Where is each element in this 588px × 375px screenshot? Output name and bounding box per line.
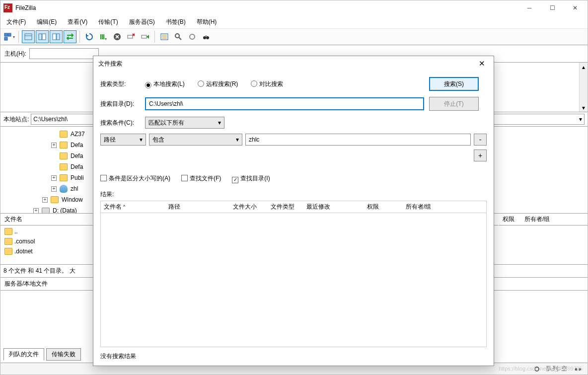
svg-rect-2 (4, 37, 7, 40)
tree-item[interactable]: Publi (71, 174, 84, 181)
col-perm[interactable]: 权限 (367, 203, 406, 211)
svg-rect-1 (8, 33, 11, 36)
process-queue-button[interactable] (97, 30, 110, 43)
radio-remote-search[interactable]: 远程搜索(R) (198, 80, 238, 88)
col-name[interactable]: 文件名 ^ (104, 203, 168, 211)
list-item[interactable]: .comsol (14, 238, 35, 245)
search-button-toolbar[interactable] (200, 30, 213, 43)
filter-button[interactable] (158, 30, 171, 43)
close-button[interactable]: ✕ (564, 0, 587, 15)
checkbox-icon (100, 175, 107, 181)
chevron-down-icon: ▾ (140, 136, 143, 143)
tree-item[interactable]: AZ37 (71, 131, 85, 138)
cancel-button-toolbar[interactable] (111, 30, 124, 43)
search-button[interactable]: 搜索(S) (429, 77, 479, 91)
toggle-messagelog-button[interactable] (22, 30, 35, 43)
add-criteria-button[interactable]: + (474, 150, 487, 161)
condition-match-select[interactable]: 匹配以下所有▾ (145, 117, 224, 129)
menu-transfer[interactable]: 传输(T) (95, 17, 121, 27)
toggle-remotetree-button[interactable] (50, 30, 63, 43)
criteria-op-select[interactable]: 包含▾ (149, 134, 242, 146)
menu-server[interactable]: 服务器(S) (126, 17, 158, 27)
expander-icon[interactable]: + (42, 197, 48, 203)
tree-item[interactable]: D: (Data) (53, 207, 77, 214)
results-list[interactable] (100, 213, 487, 348)
menu-edit[interactable]: 编辑(E) (34, 17, 60, 27)
col-size[interactable]: 文件大小 (233, 203, 271, 211)
col-perm[interactable]: 权限 (503, 215, 514, 224)
scrollbar[interactable]: ▴ ▾ (579, 63, 588, 112)
dialog-footer-status: 没有搜索结果 (93, 347, 494, 366)
chevron-down-icon: ▾ (579, 116, 582, 123)
maximize-button[interactable]: ☐ (541, 0, 564, 15)
radio-local-search[interactable]: 本地搜索(L) (145, 80, 185, 88)
tab-failed-transfers[interactable]: 传输失败 (46, 348, 81, 361)
watermark-text: https://blog.csdn.net/qq_43499705 (499, 366, 583, 372)
list-item[interactable]: .. (14, 228, 18, 235)
col-type[interactable]: 文件类型 (271, 203, 306, 211)
tree-item[interactable]: Defa (71, 142, 83, 149)
remove-criteria-button[interactable]: - (474, 134, 487, 146)
svg-line-17 (179, 37, 181, 40)
sync-browse-button[interactable] (186, 30, 199, 43)
refresh-button[interactable] (83, 30, 96, 43)
tree-item[interactable]: Window (62, 196, 83, 203)
criteria-field-select[interactable]: 路径▾ (100, 134, 146, 146)
criteria-value-input[interactable] (245, 134, 471, 146)
criteria-row: 路径▾ 包含▾ - (93, 132, 494, 146)
scroll-down-icon[interactable]: ▾ (580, 103, 588, 112)
expander-icon[interactable]: + (51, 175, 57, 181)
radio-icon (145, 82, 151, 88)
svg-point-19 (206, 36, 209, 39)
tab-queued-files[interactable]: 列队的文件 (3, 348, 44, 361)
menu-file[interactable]: 文件(F) (3, 17, 29, 27)
site-manager-button[interactable] (2, 30, 15, 43)
search-cond-label: 搜索条件(C): (100, 119, 140, 127)
local-site-label: 本地站点: (3, 115, 29, 124)
search-directory-input[interactable] (145, 97, 424, 110)
dialog-title: 文件搜索 (98, 60, 475, 68)
disconnect-button[interactable] (125, 30, 138, 43)
checkbox-case-sensitive[interactable]: 条件是区分大小写的(A) (100, 174, 170, 183)
col-owner[interactable]: 所有者/组 (406, 203, 483, 211)
folder-icon (60, 142, 68, 149)
directory-compare-button[interactable] (172, 30, 185, 43)
sort-asc-icon: ^ (123, 204, 125, 209)
toolbar (0, 28, 588, 45)
col-modified[interactable]: 最近修改 (306, 203, 367, 211)
chevron-down-icon: ▾ (236, 136, 239, 143)
svg-rect-5 (39, 34, 42, 40)
host-input[interactable] (29, 48, 99, 59)
tree-item[interactable]: zhl (71, 185, 78, 192)
expander-icon[interactable]: + (33, 208, 39, 214)
scroll-up-icon[interactable]: ▴ (580, 63, 588, 71)
tree-item[interactable]: Defa (71, 163, 83, 170)
stop-button[interactable]: 停止(T) (429, 97, 479, 111)
expander-icon[interactable]: + (51, 143, 57, 148)
tree-item[interactable]: Defa (71, 152, 83, 159)
dialog-close-button[interactable]: ✕ (475, 57, 489, 71)
radio-compare-search[interactable]: 对比搜索 (251, 80, 283, 88)
expander-icon[interactable]: + (51, 186, 57, 192)
menu-view[interactable]: 查看(V) (65, 17, 90, 27)
checkbox-search-dirs[interactable]: 查找目录(I) (232, 174, 270, 183)
list-item[interactable]: .dotnet (14, 248, 33, 255)
drive-icon (42, 208, 50, 214)
menu-bar: 文件(F) 编辑(E) 查看(V) 传输(T) 服务器(S) 书签(B) 帮助(… (0, 15, 588, 28)
menu-bookmarks[interactable]: 书签(B) (163, 17, 189, 27)
remote-file-header: 权限 所有者/组 (499, 214, 588, 225)
col-filename[interactable]: 文件名 (4, 215, 22, 224)
minimize-button[interactable]: ─ (518, 0, 541, 15)
radio-icon (198, 80, 204, 87)
toggle-transferqueue-button[interactable] (64, 30, 76, 43)
svg-rect-11 (142, 35, 147, 38)
reconnect-button[interactable] (139, 30, 151, 43)
col-path[interactable]: 路径 (168, 203, 233, 211)
svg-point-18 (203, 36, 206, 39)
checkbox-icon (181, 175, 188, 181)
menu-help[interactable]: 帮助(H) (194, 17, 220, 27)
col-owner[interactable]: 所有者/组 (524, 215, 550, 224)
folder-icon (60, 131, 68, 138)
toggle-localtree-button[interactable] (36, 30, 49, 43)
checkbox-search-files[interactable]: 查找文件(F) (181, 174, 221, 183)
